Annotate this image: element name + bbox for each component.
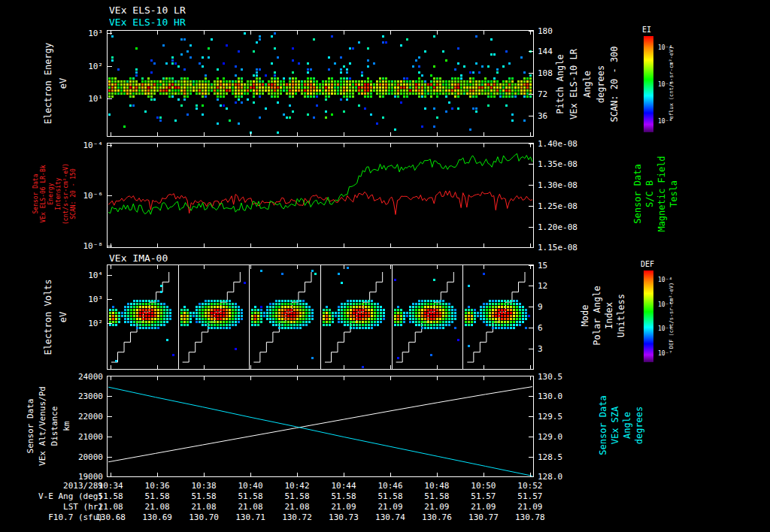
axis-label: Angle: [583, 71, 592, 98]
time-tick-label: 10:48: [424, 481, 449, 491]
row-value: 51.57: [471, 491, 496, 501]
y-tick-label: 129.5: [538, 412, 562, 422]
y-tick-label: 21000: [78, 432, 103, 442]
y-tick-label: 130.0: [538, 391, 562, 401]
axis-label: eV: [59, 78, 68, 89]
colorbar-def-title: DEF: [641, 260, 654, 268]
y-tick-label: 72: [538, 89, 547, 99]
axis-label: Energy: [48, 183, 54, 205]
plot-title-els10-lr: VEx ELS-10 LR: [109, 5, 186, 16]
ephemeris-canvas: [107, 376, 534, 477]
axis-label: Index: [605, 302, 614, 329]
axis-label: degrees: [596, 65, 605, 104]
row-value: 51.58: [99, 491, 123, 501]
colorbar-tick-label: 10⁻⁴: [658, 277, 672, 283]
row-label: LST (hr): [63, 502, 103, 512]
axis-label: S/C B: [645, 180, 654, 207]
colorbar-tick-label: 10⁻⁴: [658, 44, 672, 51]
colorbar-def: [644, 271, 653, 362]
y-tick-label: 1.25e-08: [538, 201, 578, 211]
axis-label: Sensor Data: [26, 399, 35, 454]
y-tick-label: 180: [538, 26, 553, 36]
row-value: 130.71: [235, 512, 265, 522]
y-tick-label: 1.20e-08: [538, 222, 578, 232]
colorbar-tick-label: 10⁻⁶: [658, 81, 672, 88]
row-label: V-E Ang (deg): [38, 491, 103, 501]
axis-label: Pitch Angle: [556, 54, 565, 113]
axis-label: km: [62, 421, 71, 431]
axis-label: Magnetic Field: [657, 156, 666, 231]
y-tick-label: 129.0: [538, 432, 562, 442]
y-tick-label: 20000: [78, 452, 103, 462]
y-tick-label: 1.35e-08: [538, 159, 578, 169]
axis-label: Distance: [50, 407, 59, 446]
y-tick-label: 36: [538, 110, 547, 120]
axis-label: VEx Alt/Venus/Pd: [38, 386, 47, 466]
row-value: 21.08: [99, 502, 123, 512]
row-value: 21.08: [238, 502, 262, 512]
row-label: F10.7 (sfu): [48, 512, 103, 522]
vex-quicklook-display: VEx ELS-10 LR VEx ELS-10 HR VEx IMA-00 E…: [0, 0, 770, 532]
y-tick-label: 10⁻⁶: [83, 191, 104, 201]
axis-label: Angle: [623, 412, 632, 439]
axis-label: eV: [59, 312, 68, 322]
y-tick-label: 6: [538, 323, 543, 333]
row-value: 21.09: [517, 502, 542, 512]
row-value: 51.58: [284, 491, 309, 501]
row-value: 51.58: [377, 491, 402, 501]
y-tick-label: 19000: [78, 471, 103, 481]
els10-spectrogram-canvas: [107, 30, 534, 137]
axis-label: SCAN: 20 - 300: [610, 46, 619, 122]
row-value: 51.58: [424, 491, 449, 501]
row-value: 130.72: [282, 512, 312, 522]
y-tick-label: 10³: [88, 29, 103, 38]
axis-label: Electron Volts: [44, 279, 53, 355]
time-tick-label: 10:42: [284, 481, 309, 491]
plot-title-ima00: VEx IMA-00: [109, 252, 168, 264]
row-value: 130.78: [515, 512, 545, 522]
y-tick-label: 1.15e-08: [538, 242, 578, 252]
axis-label: VEx ELS-06 LR-Bk: [41, 165, 47, 222]
row-value: 130.69: [142, 512, 172, 522]
y-tick-label: 3: [538, 344, 543, 354]
time-tick-label: 10:40: [238, 481, 262, 491]
y-tick-label: 10⁻⁴: [83, 140, 104, 150]
time-tick-label: 10:50: [471, 481, 496, 491]
y-tick-label: 10¹: [88, 93, 103, 103]
time-tick-label: 10:52: [517, 481, 542, 491]
row-value: 130.70: [189, 512, 219, 522]
axis-label: degrees: [635, 407, 644, 445]
row-value: 21.08: [284, 502, 309, 512]
axis-label: Tesla: [669, 180, 678, 207]
axis-label: Mode: [581, 305, 590, 327]
colorbar-tick-label: 10⁻⁷: [658, 349, 672, 356]
y-tick-label: 130.5: [538, 372, 562, 382]
row-value: 51.58: [145, 491, 170, 501]
y-tick-label: 10⁻⁸: [83, 241, 104, 251]
axis-label: VEx ELS-10 LR: [569, 49, 578, 119]
y-tick-label: 10²: [88, 319, 103, 328]
axis-label: DEF (cnt/s-sr-cm²-eV): [669, 283, 675, 349]
axis-label: Electron Energy: [44, 43, 53, 124]
colorbar-tick-label: 10⁻⁸: [658, 117, 672, 124]
axis-label: SCAN: 20 - 150: [71, 168, 77, 219]
axis-label: Polar Angle: [593, 286, 602, 345]
date-label: 2013/289: [63, 481, 103, 491]
intensity-bfield-canvas: [107, 143, 534, 248]
axis-label: Sensor Data: [633, 164, 642, 223]
row-value: 130.77: [468, 512, 499, 522]
row-value: 130.76: [422, 512, 452, 522]
y-tick-label: 12: [538, 281, 547, 291]
axis-label: VEx SZA: [611, 407, 620, 445]
y-tick-label: 22000: [78, 412, 103, 422]
time-tick-label: 10:46: [377, 481, 402, 491]
ima00-spectrogram-canvas: [107, 264, 534, 370]
row-value: 21.09: [471, 502, 496, 512]
row-value: 21.08: [191, 502, 216, 512]
y-tick-label: 23000: [78, 391, 103, 401]
time-tick-label: 10:36: [145, 481, 170, 491]
y-tick-label: 9: [538, 302, 543, 312]
row-value: 21.09: [377, 502, 402, 512]
time-tick-label: 10:38: [191, 481, 216, 491]
row-value: 21.08: [145, 502, 170, 512]
